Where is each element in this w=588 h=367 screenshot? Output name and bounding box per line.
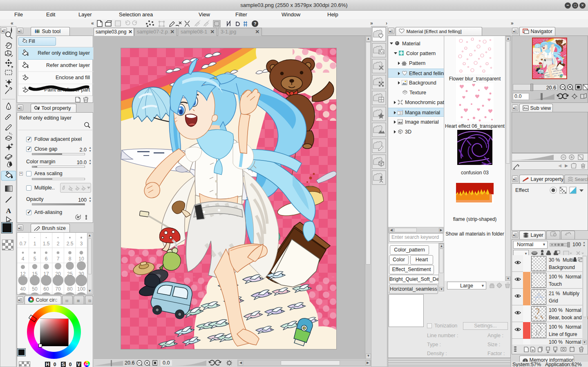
svg-text:4: 4 xyxy=(22,256,25,262)
svg-text:15: 15 xyxy=(32,271,38,277)
svg-text:10: 10 xyxy=(78,256,84,262)
svg-text:40: 40 xyxy=(20,286,26,292)
svg-text:2.5: 2.5 xyxy=(67,241,74,247)
svg-text:?: ? xyxy=(254,21,257,26)
svg-text:A: A xyxy=(6,207,11,215)
svg-text:0.7: 0.7 xyxy=(20,241,27,247)
svg-text:2: 2 xyxy=(57,241,60,247)
svg-text:5: 5 xyxy=(34,256,36,262)
svg-text:25: 25 xyxy=(67,271,73,277)
svg-text:12: 12 xyxy=(20,271,26,277)
svg-text:60: 60 xyxy=(43,286,49,292)
svg-text:1: 1 xyxy=(34,241,36,247)
svg-text:17: 17 xyxy=(43,271,49,277)
svg-text:7: 7 xyxy=(57,256,60,262)
svg-text:8: 8 xyxy=(69,256,72,262)
svg-text:20: 20 xyxy=(55,271,61,277)
svg-text:6: 6 xyxy=(45,256,48,262)
svg-text:70: 70 xyxy=(55,286,61,292)
svg-text:100: 100 xyxy=(77,286,85,292)
svg-text:80: 80 xyxy=(67,286,73,292)
svg-text:30: 30 xyxy=(78,271,84,277)
svg-text:3: 3 xyxy=(80,241,83,247)
svg-text:1.5: 1.5 xyxy=(43,241,50,247)
svg-text:50: 50 xyxy=(32,286,38,292)
